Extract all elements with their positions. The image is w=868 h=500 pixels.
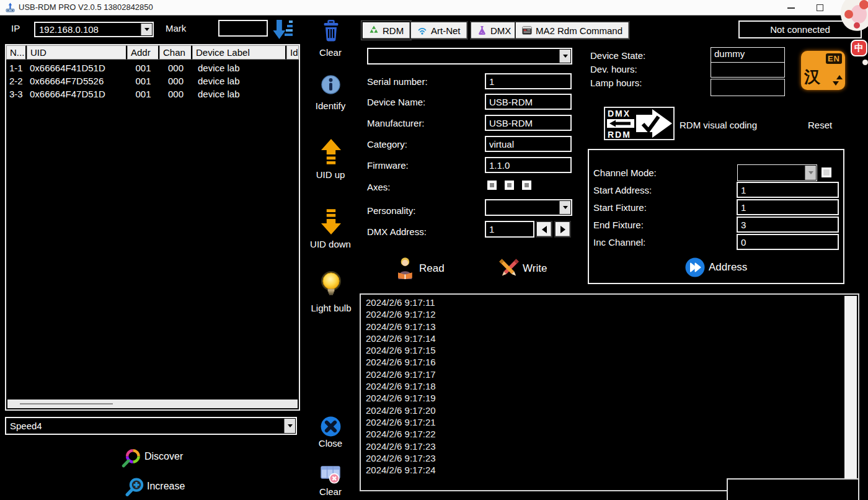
tab-ma2[interactable]: MA2 Rdm Command: [515, 21, 630, 40]
cell-label: device lab: [192, 89, 286, 99]
ip-select-arrow[interactable]: [141, 24, 152, 35]
clear-log-icon[interactable]: [320, 465, 341, 484]
clear-log-button[interactable]: Clear: [309, 486, 352, 497]
axes-checkbox-3[interactable]: [522, 181, 531, 190]
category-field[interactable]: [485, 136, 572, 152]
start-address-field[interactable]: [737, 182, 839, 198]
channel-mode-checkbox[interactable]: [822, 167, 831, 177]
log-area[interactable]: 2024/2/6 9:17:11 2024/2/6 9:17:12 2024/2…: [360, 293, 859, 491]
firmware-field[interactable]: [485, 157, 572, 173]
tab-rdm[interactable]: RDM: [361, 21, 411, 40]
dmx-rdm-logo[interactable]: DMX RDM: [604, 107, 675, 140]
address-fast-forward-icon[interactable]: [685, 257, 705, 277]
col-addr[interactable]: Addr: [127, 45, 159, 60]
discover-button[interactable]: Discover: [144, 451, 183, 462]
vertical-scrollbar[interactable]: [844, 296, 857, 489]
col-ide[interactable]: Ide: [286, 45, 299, 60]
device-select[interactable]: [367, 48, 572, 65]
table-row[interactable]: 2-2 0x66664F7D5526 001 000 device lab: [6, 74, 299, 87]
clear-devices-button[interactable]: Clear: [309, 47, 352, 58]
col-n[interactable]: N...: [6, 45, 27, 60]
channel-mode-select-arrow[interactable]: [805, 166, 816, 180]
cell-chan: 000: [159, 76, 192, 86]
translate-cn-label: 汉: [804, 66, 820, 88]
increase-magnifier-icon[interactable]: [125, 477, 144, 496]
light-bulb-icon[interactable]: [320, 271, 342, 298]
cell-chan: 000: [159, 63, 192, 73]
translate-language-icon[interactable]: EN 汉: [801, 51, 845, 90]
address-button[interactable]: Address: [709, 261, 747, 274]
inc-channel-field[interactable]: [737, 234, 839, 250]
speed-select[interactable]: Speed4: [5, 417, 297, 435]
horizontal-scrollbar[interactable]: [7, 400, 298, 408]
log-entry: 2024/2/6 9:17:15: [361, 345, 858, 357]
log-entry: 2024/2/6 9:17:14: [361, 333, 858, 345]
flask-icon: [477, 25, 487, 35]
log-entry: 2024/2/6 9:17:22: [361, 429, 858, 440]
sort-descending-icon[interactable]: [272, 19, 294, 41]
read-button[interactable]: Read: [419, 262, 445, 275]
light-bulb-button[interactable]: Light bulb: [309, 303, 353, 313]
info-icon[interactable]: [321, 75, 340, 94]
channel-mode-select[interactable]: [737, 164, 817, 181]
read-person-icon[interactable]: [394, 257, 415, 279]
dmx-address-decrement-button[interactable]: [536, 221, 552, 238]
arrow-right-icon: [560, 226, 565, 233]
table-row[interactable]: 3-3 0x66664F47D51D 001 000 device lab: [6, 87, 299, 100]
dmx-address-field[interactable]: [485, 221, 534, 238]
arrow-left-icon: [542, 226, 547, 233]
manufacturer-field[interactable]: [485, 115, 572, 131]
scrollbar-thumb[interactable]: [20, 403, 113, 404]
serial-number-field[interactable]: [485, 73, 572, 89]
col-chan[interactable]: Chan: [159, 45, 192, 60]
col-device-label[interactable]: Device Label: [192, 45, 286, 60]
lamp-hours-field[interactable]: [711, 79, 785, 96]
identify-button[interactable]: Identify: [309, 100, 352, 111]
minimize-button[interactable]: [777, 0, 805, 16]
log-entry: 2024/2/6 9:17:20: [361, 405, 858, 417]
ip-value: 192.168.0.108: [39, 24, 99, 35]
window-title: USB-RDM PRO V2.0.5 13802842850: [19, 2, 153, 12]
uid-down-button[interactable]: UID down: [307, 239, 354, 249]
translate-bubble-button[interactable]: 中: [851, 40, 867, 56]
discover-magnifier-icon[interactable]: [122, 447, 142, 468]
trash-icon[interactable]: [322, 20, 340, 42]
inc-channel-label: Inc Channel:: [593, 237, 645, 248]
dev-hours-field[interactable]: [711, 62, 785, 78]
axes-checkbox-1[interactable]: [487, 181, 497, 190]
end-fixture-field[interactable]: [737, 217, 839, 233]
ip-select[interactable]: 192.168.0.108: [34, 22, 154, 37]
cell-label: device lab: [192, 63, 286, 73]
dmx-address-increment-button[interactable]: [554, 221, 571, 238]
close-button[interactable]: Close: [309, 438, 352, 449]
uid-up-button[interactable]: UID up: [309, 169, 352, 180]
close-icon[interactable]: [321, 416, 341, 437]
tab-artnet[interactable]: Art-Net: [410, 21, 468, 40]
uid-up-arrow-icon[interactable]: [320, 139, 342, 165]
device-state-field[interactable]: dummy: [711, 47, 785, 63]
cell-uid: 0x66664F41D51D: [27, 63, 127, 73]
col-uid[interactable]: UID: [27, 45, 127, 60]
log-entry: 2024/2/6 9:17:12: [361, 309, 858, 321]
cell-addr: 001: [127, 76, 159, 86]
device-name-field[interactable]: [485, 94, 572, 110]
mark-input[interactable]: [218, 20, 268, 37]
personality-select-arrow[interactable]: [559, 201, 570, 214]
write-button[interactable]: Write: [523, 262, 547, 275]
axes-checkbox-2[interactable]: [505, 181, 514, 190]
start-fixture-label: Start Fixture:: [593, 202, 647, 213]
speed-select-arrow[interactable]: [284, 419, 295, 433]
uid-down-arrow-icon[interactable]: [320, 208, 342, 234]
svg-text:RDM: RDM: [608, 130, 631, 140]
maximize-button[interactable]: [805, 0, 834, 16]
write-pencils-icon[interactable]: [498, 258, 520, 279]
reset-button[interactable]: Reset: [808, 120, 832, 130]
mascot-spot: [854, 22, 860, 29]
tab-dmx[interactable]: DMX: [470, 21, 518, 40]
device-select-arrow[interactable]: [559, 50, 570, 63]
ip-label: IP: [11, 23, 20, 33]
start-fixture-field[interactable]: [737, 199, 839, 215]
personality-select[interactable]: [485, 199, 572, 216]
increase-button[interactable]: Increase: [147, 481, 185, 492]
table-row[interactable]: 1-1 0x66664F41D51D 001 000 device lab: [6, 61, 299, 74]
